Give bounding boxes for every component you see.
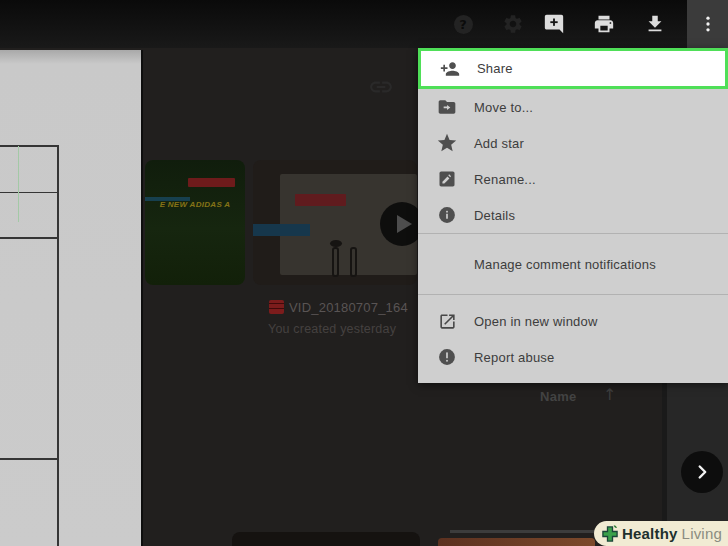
menu-item-report-abuse[interactable]: Report abuse	[418, 339, 728, 375]
star-icon	[435, 132, 459, 154]
preview-toolbar: ?	[0, 0, 728, 48]
menu-item-label: Rename...	[474, 172, 536, 187]
sort-ascending-icon[interactable]: ↑	[603, 385, 616, 404]
drive-preview-screen: E NEW ADIDAS A VID_20180707_164 You crea…	[0, 0, 728, 546]
report-icon	[435, 347, 459, 367]
help-button[interactable]: ?	[443, 0, 483, 48]
table-line	[57, 145, 59, 546]
video-clapper-icon	[269, 300, 284, 314]
info-icon	[435, 205, 459, 225]
thumbnail-detail	[330, 240, 342, 247]
bottom-thumbnail	[232, 532, 420, 546]
thumbnail-detail	[350, 247, 357, 277]
menu-item-open-in-new-window[interactable]: Open in new window	[418, 303, 728, 339]
watermark-text-light: Living	[682, 525, 722, 542]
menu-item-label: Details	[474, 208, 515, 223]
folder-move-icon	[435, 97, 459, 117]
next-file-button[interactable]	[681, 451, 723, 493]
settings-gear-icon	[502, 13, 524, 35]
bottom-thumbnail-sliver	[450, 530, 595, 533]
open-in-new-icon	[435, 312, 459, 331]
print-button[interactable]	[584, 0, 624, 48]
menu-item-label: Add star	[474, 136, 524, 151]
download-icon	[644, 13, 666, 35]
menu-item-label: Manage comment notifications	[474, 257, 656, 272]
get-link-icon	[368, 74, 394, 104]
sort-by-name-label[interactable]: Name	[540, 389, 577, 404]
context-menu: Share Move to... Add star Rename... Deta…	[418, 48, 728, 383]
thumbnail-red-label	[295, 194, 346, 206]
menu-item-share[interactable]: Share	[418, 48, 728, 89]
table-line	[0, 237, 57, 239]
watermark-text-bold: Healthy	[622, 525, 678, 542]
document-preview-panel	[0, 50, 143, 546]
person-add-icon	[438, 59, 462, 79]
thumbnail-blue-strip	[253, 224, 310, 236]
green-cross-leaf-icon	[600, 524, 620, 544]
menu-item-rename[interactable]: Rename...	[418, 161, 728, 197]
download-button[interactable]	[635, 0, 675, 48]
menu-item-label: Move to...	[474, 100, 533, 115]
table-cursor-line	[18, 146, 19, 222]
menu-item-label: Share	[477, 61, 513, 76]
thumbnail-caption: E NEW ADIDAS A	[145, 200, 245, 209]
more-actions-button[interactable]	[687, 0, 728, 48]
help-icon: ?	[454, 15, 473, 34]
settings-button[interactable]	[493, 0, 533, 48]
menu-item-label: Report abuse	[474, 350, 554, 365]
table-line	[0, 145, 58, 147]
rename-icon	[435, 169, 459, 189]
file-meta: You created yesterday	[268, 322, 396, 336]
healthy-living-watermark: Healthy Living	[594, 521, 728, 546]
thumbnail-banner	[188, 178, 235, 187]
menu-item-label: Open in new window	[474, 314, 598, 329]
thumbnail-detail	[332, 247, 339, 277]
menu-item-manage-comment-notifications[interactable]: Manage comment notifications	[418, 246, 728, 282]
add-comment-icon	[543, 13, 565, 35]
table-line	[0, 458, 57, 460]
chevron-right-icon	[691, 461, 713, 483]
menu-item-move-to[interactable]: Move to...	[418, 89, 728, 125]
bottom-thumbnail-orange	[438, 538, 595, 546]
add-comment-button[interactable]	[534, 0, 574, 48]
print-icon	[593, 13, 615, 35]
menu-item-details[interactable]: Details	[418, 197, 728, 233]
video-thumbnail-adidas[interactable]: E NEW ADIDAS A	[145, 160, 245, 285]
table-line	[0, 192, 57, 193]
more-vert-icon	[698, 13, 718, 35]
menu-item-add-star[interactable]: Add star	[418, 125, 728, 161]
